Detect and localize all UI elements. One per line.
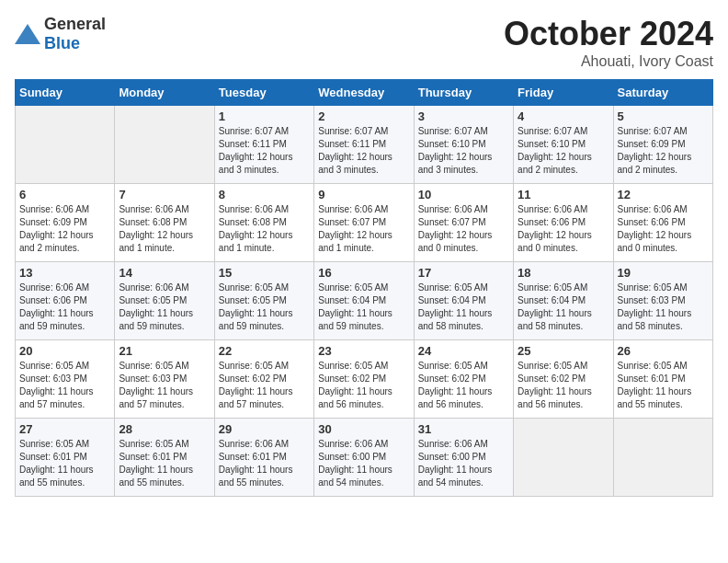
day-info: Sunrise: 6:06 AM Sunset: 6:08 PM Dayligh… bbox=[219, 203, 310, 255]
day-number: 18 bbox=[518, 266, 609, 280]
day-number: 4 bbox=[518, 109, 609, 123]
page-header: General Blue October 2024 Ahouati, Ivory… bbox=[15, 15, 713, 70]
calendar-cell: 12Sunrise: 6:06 AM Sunset: 6:06 PM Dayli… bbox=[613, 184, 712, 262]
day-info: Sunrise: 6:06 AM Sunset: 6:09 PM Dayligh… bbox=[19, 203, 110, 255]
day-number: 2 bbox=[318, 109, 409, 123]
day-info: Sunrise: 6:07 AM Sunset: 6:10 PM Dayligh… bbox=[418, 125, 509, 177]
weekday-header-cell: Monday bbox=[115, 80, 214, 106]
calendar-cell bbox=[514, 419, 613, 497]
calendar-week-row: 13Sunrise: 6:06 AM Sunset: 6:06 PM Dayli… bbox=[16, 262, 713, 340]
day-number: 6 bbox=[19, 188, 110, 201]
day-info: Sunrise: 6:05 AM Sunset: 6:01 PM Dayligh… bbox=[618, 360, 709, 411]
day-info: Sunrise: 6:05 AM Sunset: 6:02 PM Dayligh… bbox=[418, 360, 509, 411]
day-info: Sunrise: 6:06 AM Sunset: 6:07 PM Dayligh… bbox=[418, 203, 509, 255]
day-info: Sunrise: 6:06 AM Sunset: 6:06 PM Dayligh… bbox=[19, 282, 110, 333]
weekday-header-cell: Thursday bbox=[414, 80, 513, 106]
weekday-header-cell: Wednesday bbox=[314, 80, 414, 106]
calendar-table: SundayMondayTuesdayWednesdayThursdayFrid… bbox=[15, 79, 713, 497]
calendar-cell: 20Sunrise: 6:05 AM Sunset: 6:03 PM Dayli… bbox=[16, 340, 115, 419]
day-number: 21 bbox=[119, 344, 210, 358]
calendar-cell bbox=[115, 106, 214, 184]
day-info: Sunrise: 6:06 AM Sunset: 6:01 PM Dayligh… bbox=[219, 438, 310, 489]
day-number: 12 bbox=[618, 188, 709, 201]
weekday-header-cell: Saturday bbox=[613, 80, 712, 106]
day-number: 22 bbox=[219, 344, 310, 358]
day-info: Sunrise: 6:05 AM Sunset: 6:03 PM Dayligh… bbox=[19, 360, 110, 411]
day-number: 27 bbox=[19, 422, 110, 436]
day-number: 31 bbox=[418, 422, 509, 436]
calendar-cell bbox=[16, 106, 115, 184]
calendar-cell: 23Sunrise: 6:05 AM Sunset: 6:02 PM Dayli… bbox=[314, 340, 414, 419]
day-number: 16 bbox=[318, 266, 409, 280]
calendar-cell: 1Sunrise: 6:07 AM Sunset: 6:11 PM Daylig… bbox=[214, 106, 313, 184]
day-info: Sunrise: 6:06 AM Sunset: 6:00 PM Dayligh… bbox=[418, 438, 509, 489]
calendar-cell: 28Sunrise: 6:05 AM Sunset: 6:01 PM Dayli… bbox=[115, 419, 214, 497]
calendar-cell: 19Sunrise: 6:05 AM Sunset: 6:03 PM Dayli… bbox=[613, 262, 712, 340]
calendar-cell: 30Sunrise: 6:06 AM Sunset: 6:00 PM Dayli… bbox=[314, 419, 414, 497]
calendar-body: 1Sunrise: 6:07 AM Sunset: 6:11 PM Daylig… bbox=[16, 106, 713, 497]
day-info: Sunrise: 6:07 AM Sunset: 6:11 PM Dayligh… bbox=[318, 125, 409, 177]
calendar-cell: 3Sunrise: 6:07 AM Sunset: 6:10 PM Daylig… bbox=[414, 106, 513, 184]
calendar-cell: 25Sunrise: 6:05 AM Sunset: 6:02 PM Dayli… bbox=[514, 340, 613, 419]
day-info: Sunrise: 6:06 AM Sunset: 6:07 PM Dayligh… bbox=[318, 203, 409, 255]
calendar-cell: 2Sunrise: 6:07 AM Sunset: 6:11 PM Daylig… bbox=[314, 106, 414, 184]
logo-blue: Blue bbox=[44, 34, 80, 52]
calendar-cell: 26Sunrise: 6:05 AM Sunset: 6:01 PM Dayli… bbox=[613, 340, 712, 419]
calendar-cell: 4Sunrise: 6:07 AM Sunset: 6:10 PM Daylig… bbox=[514, 106, 613, 184]
day-number: 25 bbox=[518, 344, 609, 358]
day-number: 29 bbox=[219, 422, 310, 436]
calendar-cell: 7Sunrise: 6:06 AM Sunset: 6:08 PM Daylig… bbox=[115, 184, 214, 262]
day-number: 8 bbox=[219, 188, 310, 201]
day-number: 24 bbox=[418, 344, 509, 358]
day-number: 14 bbox=[119, 266, 210, 280]
day-info: Sunrise: 6:07 AM Sunset: 6:10 PM Dayligh… bbox=[518, 125, 609, 177]
day-number: 9 bbox=[318, 188, 409, 201]
calendar-week-row: 1Sunrise: 6:07 AM Sunset: 6:11 PM Daylig… bbox=[16, 106, 713, 184]
svg-marker-0 bbox=[15, 24, 40, 44]
day-info: Sunrise: 6:06 AM Sunset: 6:06 PM Dayligh… bbox=[518, 203, 609, 255]
weekday-header-cell: Tuesday bbox=[214, 80, 313, 106]
calendar-cell: 14Sunrise: 6:06 AM Sunset: 6:05 PM Dayli… bbox=[115, 262, 214, 340]
day-info: Sunrise: 6:05 AM Sunset: 6:03 PM Dayligh… bbox=[119, 360, 210, 411]
day-number: 10 bbox=[418, 188, 509, 201]
day-info: Sunrise: 6:06 AM Sunset: 6:00 PM Dayligh… bbox=[318, 438, 409, 489]
day-info: Sunrise: 6:05 AM Sunset: 6:01 PM Dayligh… bbox=[119, 438, 210, 489]
calendar-cell: 5Sunrise: 6:07 AM Sunset: 6:09 PM Daylig… bbox=[613, 106, 712, 184]
location-title: Ahouati, Ivory Coast bbox=[504, 53, 713, 70]
calendar-cell bbox=[613, 419, 712, 497]
day-number: 1 bbox=[219, 109, 310, 123]
day-number: 26 bbox=[618, 344, 709, 358]
day-info: Sunrise: 6:05 AM Sunset: 6:03 PM Dayligh… bbox=[618, 282, 709, 333]
calendar-cell: 29Sunrise: 6:06 AM Sunset: 6:01 PM Dayli… bbox=[214, 419, 313, 497]
day-info: Sunrise: 6:05 AM Sunset: 6:01 PM Dayligh… bbox=[19, 438, 110, 489]
calendar-cell: 13Sunrise: 6:06 AM Sunset: 6:06 PM Dayli… bbox=[16, 262, 115, 340]
calendar-cell: 8Sunrise: 6:06 AM Sunset: 6:08 PM Daylig… bbox=[214, 184, 313, 262]
day-info: Sunrise: 6:05 AM Sunset: 6:02 PM Dayligh… bbox=[518, 360, 609, 411]
weekday-header-cell: Sunday bbox=[16, 80, 115, 106]
calendar-cell: 16Sunrise: 6:05 AM Sunset: 6:04 PM Dayli… bbox=[314, 262, 414, 340]
calendar-week-row: 20Sunrise: 6:05 AM Sunset: 6:03 PM Dayli… bbox=[16, 340, 713, 419]
calendar-cell: 22Sunrise: 6:05 AM Sunset: 6:02 PM Dayli… bbox=[214, 340, 313, 419]
day-number: 19 bbox=[618, 266, 709, 280]
day-number: 23 bbox=[318, 344, 409, 358]
calendar-cell: 27Sunrise: 6:05 AM Sunset: 6:01 PM Dayli… bbox=[16, 419, 115, 497]
calendar-cell: 24Sunrise: 6:05 AM Sunset: 6:02 PM Dayli… bbox=[414, 340, 513, 419]
calendar-cell: 9Sunrise: 6:06 AM Sunset: 6:07 PM Daylig… bbox=[314, 184, 414, 262]
day-info: Sunrise: 6:05 AM Sunset: 6:02 PM Dayligh… bbox=[318, 360, 409, 411]
day-number: 20 bbox=[19, 344, 110, 358]
day-info: Sunrise: 6:06 AM Sunset: 6:08 PM Dayligh… bbox=[119, 203, 210, 255]
day-info: Sunrise: 6:05 AM Sunset: 6:05 PM Dayligh… bbox=[219, 282, 310, 333]
calendar-cell: 21Sunrise: 6:05 AM Sunset: 6:03 PM Dayli… bbox=[115, 340, 214, 419]
calendar-week-row: 6Sunrise: 6:06 AM Sunset: 6:09 PM Daylig… bbox=[16, 184, 713, 262]
day-number: 17 bbox=[418, 266, 509, 280]
day-number: 30 bbox=[318, 422, 409, 436]
day-number: 13 bbox=[19, 266, 110, 280]
calendar-cell: 10Sunrise: 6:06 AM Sunset: 6:07 PM Dayli… bbox=[414, 184, 513, 262]
day-number: 28 bbox=[119, 422, 210, 436]
day-info: Sunrise: 6:07 AM Sunset: 6:09 PM Dayligh… bbox=[618, 125, 709, 177]
calendar-cell: 17Sunrise: 6:05 AM Sunset: 6:04 PM Dayli… bbox=[414, 262, 513, 340]
logo-general: General bbox=[44, 15, 106, 33]
day-number: 15 bbox=[219, 266, 310, 280]
calendar-week-row: 27Sunrise: 6:05 AM Sunset: 6:01 PM Dayli… bbox=[16, 419, 713, 497]
logo-icon bbox=[15, 24, 40, 44]
